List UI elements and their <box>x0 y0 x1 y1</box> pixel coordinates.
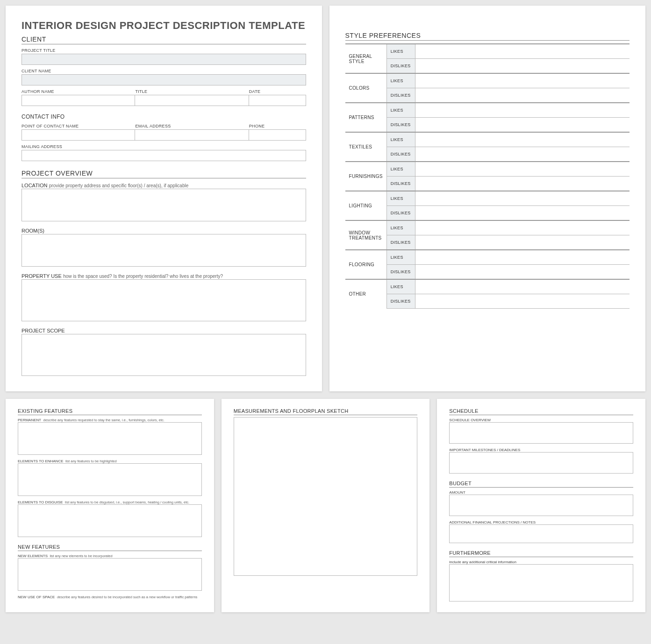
document-title: INTERIOR DESIGN PROJECT DESCRIPTION TEMP… <box>21 20 306 32</box>
style-cat-lighting: LIGHTING <box>345 191 387 220</box>
permanent-label: PERMANENT describe any features requeste… <box>18 418 202 422</box>
patterns-dislikes-cell[interactable] <box>415 118 630 133</box>
schedule-heading: SCHEDULE <box>449 408 633 415</box>
location-hint: provide property address and specific fl… <box>49 183 188 188</box>
furthermore-hint: include any additional critical informat… <box>449 560 633 564</box>
lighting-dislikes-cell[interactable] <box>415 206 630 221</box>
new-features-heading: NEW FEATURES <box>18 544 202 551</box>
permanent-input[interactable] <box>18 422 202 455</box>
milestones-label: IMPORTANT MILESTONES / DEADLINES <box>449 448 633 452</box>
mailing-label: MAILING ADDRESS <box>21 144 306 149</box>
author-title-label: TITLE <box>135 89 249 94</box>
disguise-input[interactable] <box>18 504 202 537</box>
mailing-input[interactable] <box>21 150 306 161</box>
amount-input[interactable] <box>449 495 633 516</box>
other-dislikes-cell[interactable] <box>415 294 630 309</box>
flooring-dislikes-cell[interactable] <box>415 265 630 280</box>
style-pref-table: GENERAL STYLELIKES DISLIKES COLORSLIKES … <box>345 43 630 309</box>
financial-notes-label: ADDITIONAL FINANCIAL PROJECTIONS / NOTES <box>449 520 633 524</box>
page-measurements: MEASUREMENTS AND FLOORPLAN SKETCH <box>222 399 430 612</box>
window-likes-cell[interactable] <box>415 220 630 235</box>
email-input[interactable] <box>135 129 249 141</box>
style-cat-patterns: PATTERNS <box>345 103 387 132</box>
property-use-input[interactable] <box>21 279 306 321</box>
budget-heading: BUDGET <box>449 481 633 488</box>
poc-label: POINT OF CONTACT NAME <box>21 124 135 128</box>
scope-label: PROJECT SCOPE <box>21 328 65 333</box>
schedule-overview-input[interactable] <box>449 422 633 444</box>
project-title-label: PROJECT TITLE <box>21 48 306 53</box>
colors-dislikes-cell[interactable] <box>415 88 630 103</box>
textiles-likes-cell[interactable] <box>415 132 630 147</box>
flooring-likes-cell[interactable] <box>415 250 630 265</box>
schedule-overview-label: SCHEDULE OVERVIEW <box>449 418 633 422</box>
style-cat-textiles: TEXTILES <box>345 132 387 162</box>
date-label: DATE <box>249 89 306 94</box>
style-cat-furnishings: FURNISHINGS <box>345 162 387 191</box>
general-likes-cell[interactable] <box>415 44 630 59</box>
style-cat-flooring: FLOORING <box>345 250 387 279</box>
furnishings-likes-cell[interactable] <box>415 162 630 177</box>
milestones-input[interactable] <box>449 452 633 474</box>
client-name-input[interactable] <box>21 74 306 85</box>
client-heading: CLIENT <box>21 35 306 44</box>
new-use-label: NEW USE OF SPACE describe any features d… <box>18 595 202 599</box>
style-cat-window: WINDOW TREATMENTS <box>345 220 387 250</box>
likes-label: LIKES <box>386 44 415 59</box>
existing-heading: EXISTING FEATURES <box>18 408 202 415</box>
enhance-input[interactable] <box>18 463 202 496</box>
style-cat-colors: COLORS <box>345 73 387 103</box>
phone-label: PHONE <box>249 124 306 128</box>
property-use-label: PROPERTY USE <box>21 273 62 279</box>
page-schedule-budget: SCHEDULE SCHEDULE OVERVIEW IMPORTANT MIL… <box>437 399 645 612</box>
floorplan-sketch-area[interactable] <box>234 417 418 576</box>
location-label: LOCATION <box>21 183 47 188</box>
furthermore-input[interactable] <box>449 564 633 602</box>
new-elements-input[interactable] <box>18 558 202 591</box>
property-use-hint: how is the space used? Is the property r… <box>63 274 223 279</box>
measurements-heading: MEASUREMENTS AND FLOORPLAN SKETCH <box>234 408 418 415</box>
colors-likes-cell[interactable] <box>415 73 630 88</box>
author-name-input[interactable] <box>21 95 135 106</box>
financial-notes-input[interactable] <box>449 524 633 543</box>
phone-input[interactable] <box>249 129 306 141</box>
disguise-label: ELEMENTS TO DISGUISE list any features t… <box>18 500 202 504</box>
furthermore-heading: FURTHERMORE <box>449 550 633 557</box>
author-name-label: AUTHOR NAME <box>21 89 135 94</box>
contact-info-heading: CONTACT INFO <box>21 113 306 120</box>
page-style-preferences: STYLE PREFERENCES GENERAL STYLELIKES DIS… <box>329 6 646 391</box>
location-input[interactable] <box>21 189 306 221</box>
project-title-input[interactable] <box>21 54 306 65</box>
rooms-label: ROOM(S) <box>21 228 44 234</box>
author-title-input[interactable] <box>135 95 249 106</box>
window-dislikes-cell[interactable] <box>415 235 630 250</box>
textiles-dislikes-cell[interactable] <box>415 147 630 162</box>
date-input[interactable] <box>249 95 306 106</box>
rooms-input[interactable] <box>21 234 306 267</box>
style-cat-general: GENERAL STYLE <box>345 44 387 73</box>
client-name-label: CLIENT NAME <box>21 69 306 73</box>
patterns-likes-cell[interactable] <box>415 103 630 118</box>
dislikes-label: DISLIKES <box>386 59 415 74</box>
new-elements-label: NEW ELEMENTS list any new elements to be… <box>18 554 202 558</box>
page-existing-features: EXISTING FEATURES PERMANENT describe any… <box>6 399 214 612</box>
poc-input[interactable] <box>21 129 135 141</box>
page-client-overview: INTERIOR DESIGN PROJECT DESCRIPTION TEMP… <box>6 6 322 391</box>
furnishings-dislikes-cell[interactable] <box>415 177 630 191</box>
amount-label: AMOUNT <box>449 490 633 495</box>
email-label: EMAIL ADDRESS <box>135 124 249 128</box>
other-likes-cell[interactable] <box>415 279 630 294</box>
lighting-likes-cell[interactable] <box>415 191 630 206</box>
enhance-label: ELEMENTS TO ENHANCE list any features to… <box>18 459 202 463</box>
style-heading: STYLE PREFERENCES <box>345 32 630 41</box>
style-cat-other: OTHER <box>345 279 387 309</box>
scope-input[interactable] <box>21 334 306 376</box>
general-dislikes-cell[interactable] <box>415 59 630 74</box>
overview-heading: PROJECT OVERVIEW <box>21 170 306 178</box>
